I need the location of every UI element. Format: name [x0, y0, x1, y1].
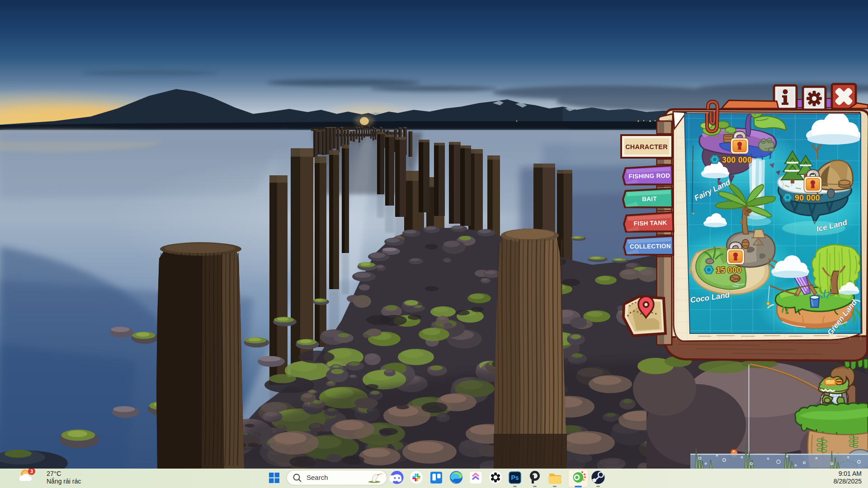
- svg-text:Nắng rải rác: Nắng rải rác: [47, 478, 81, 485]
- svg-text:15 000: 15 000: [716, 266, 741, 275]
- svg-text:27°C: 27°C: [47, 470, 61, 477]
- svg-text:Ps: Ps: [511, 474, 519, 481]
- svg-text:300 000: 300 000: [722, 155, 752, 164]
- svg-text:Search: Search: [307, 474, 328, 481]
- svg-text:BAIT: BAIT: [642, 195, 657, 202]
- svg-text:90 000: 90 000: [795, 193, 820, 202]
- svg-text:CHARACTER: CHARACTER: [625, 143, 668, 150]
- svg-text:COLLECTION: COLLECTION: [630, 243, 671, 250]
- svg-text:9:01 AM: 9:01 AM: [839, 470, 862, 477]
- svg-text:8/28/2025: 8/28/2025: [834, 478, 862, 485]
- svg-text:FISHING ROD: FISHING ROD: [628, 172, 670, 180]
- svg-text:FISH TANK: FISH TANK: [634, 219, 667, 227]
- svg-text:3: 3: [30, 469, 33, 474]
